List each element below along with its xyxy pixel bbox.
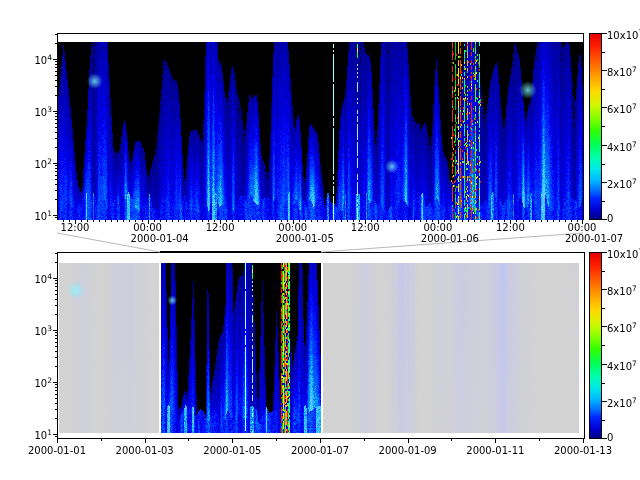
tick-mark bbox=[55, 403, 57, 404]
tick-mark bbox=[335, 220, 336, 222]
x-date-label: 2000-01-04 bbox=[131, 233, 189, 244]
tick-mark bbox=[53, 382, 57, 383]
x-tick-label: 12:00 bbox=[61, 222, 90, 233]
detail-spectrogram-canvas[interactable] bbox=[58, 42, 583, 220]
colorbar-tick-label: 2x107 bbox=[607, 395, 637, 409]
tick-mark bbox=[364, 439, 365, 441]
tick-mark bbox=[602, 420, 605, 421]
tick-mark bbox=[55, 184, 57, 185]
tick-mark bbox=[55, 116, 57, 117]
tick-mark bbox=[55, 283, 57, 284]
tick-mark bbox=[55, 253, 57, 254]
colorbar-tick-label: 6x107 bbox=[607, 101, 637, 115]
zoom-selection-region[interactable] bbox=[160, 251, 321, 253]
context-plot-frame bbox=[57, 252, 585, 439]
tick-mark bbox=[238, 220, 239, 222]
tick-mark bbox=[117, 220, 118, 222]
colorbar-tick-label: 10x107 bbox=[607, 246, 640, 260]
tick-mark bbox=[55, 123, 57, 124]
tick-mark bbox=[55, 262, 57, 263]
tick-mark bbox=[55, 175, 57, 176]
tick-mark bbox=[53, 59, 57, 60]
tick-mark bbox=[55, 290, 57, 291]
x-tick-label: 00:00 bbox=[133, 222, 162, 233]
tick-mark bbox=[55, 390, 57, 391]
y-tick-label: 101 bbox=[16, 208, 52, 222]
y-tick-label: 104 bbox=[16, 52, 52, 66]
tick-mark bbox=[244, 220, 245, 222]
tick-mark bbox=[602, 52, 605, 53]
tick-mark bbox=[420, 220, 421, 222]
tick-mark bbox=[55, 394, 57, 395]
tick-mark bbox=[55, 34, 57, 35]
tick-mark bbox=[190, 220, 191, 222]
context-colorbar bbox=[589, 252, 602, 439]
tick-mark bbox=[329, 220, 330, 222]
spectrogram-figure: 10110210310412:0000:002000-01-0412:0000:… bbox=[0, 0, 640, 480]
tick-mark bbox=[602, 271, 605, 272]
tick-mark bbox=[55, 338, 57, 339]
tick-mark bbox=[275, 220, 276, 222]
tick-mark bbox=[53, 215, 57, 216]
tick-mark bbox=[55, 127, 57, 128]
tick-mark bbox=[99, 220, 100, 222]
tick-mark bbox=[55, 199, 57, 200]
tick-mark bbox=[55, 294, 57, 295]
tick-mark bbox=[55, 132, 57, 133]
tick-mark bbox=[55, 179, 57, 180]
tick-mark bbox=[495, 439, 496, 443]
tick-mark bbox=[262, 220, 263, 222]
x-tick-label: 2000-01-05 bbox=[203, 445, 261, 456]
x-tick-label: 00:00 bbox=[278, 222, 307, 233]
tick-mark bbox=[55, 217, 57, 218]
tick-mark bbox=[462, 220, 463, 222]
tick-mark bbox=[389, 220, 390, 222]
colorbar-tick-label: 4x107 bbox=[607, 358, 637, 372]
x-tick-label: 12:00 bbox=[496, 222, 525, 233]
context-spectrogram-canvas[interactable] bbox=[59, 263, 579, 433]
tick-mark bbox=[456, 220, 457, 222]
tick-mark bbox=[559, 220, 560, 222]
y-tick-label: 101 bbox=[16, 427, 52, 441]
x-date-label: 2000-01-07 bbox=[565, 233, 623, 244]
colorbar-tick-label: 8x107 bbox=[607, 283, 637, 297]
tick-mark bbox=[347, 220, 348, 222]
tick-mark bbox=[541, 220, 542, 222]
tick-mark bbox=[101, 439, 102, 441]
tick-mark bbox=[55, 168, 57, 169]
x-tick-label: 2000-01-09 bbox=[379, 445, 437, 456]
x-tick-label: 2000-01-13 bbox=[554, 445, 612, 456]
tick-mark bbox=[480, 220, 481, 222]
tick-mark bbox=[276, 439, 277, 441]
x-tick-label: 00:00 bbox=[423, 222, 452, 233]
tick-mark bbox=[196, 220, 197, 222]
tick-mark bbox=[383, 220, 384, 222]
tick-mark bbox=[55, 387, 57, 388]
colorbar-tick-label: 6x107 bbox=[607, 320, 637, 334]
colorbar-tick-label: 4x107 bbox=[607, 139, 637, 153]
tick-mark bbox=[55, 43, 57, 44]
tick-mark bbox=[539, 439, 540, 441]
x-tick-label: 2000-01-07 bbox=[291, 445, 349, 456]
tick-mark bbox=[492, 220, 493, 222]
detail-plot-frame bbox=[57, 33, 584, 220]
tick-mark bbox=[123, 220, 124, 222]
tick-mark bbox=[166, 220, 167, 222]
detail-colorbar bbox=[589, 33, 602, 220]
x-tick-label: 12:00 bbox=[351, 222, 380, 233]
tick-mark bbox=[55, 366, 57, 367]
tick-mark bbox=[317, 220, 318, 222]
tick-mark bbox=[55, 436, 57, 437]
tick-mark bbox=[111, 220, 112, 222]
tick-mark bbox=[55, 351, 57, 352]
tick-mark bbox=[55, 409, 57, 410]
tick-mark bbox=[323, 220, 324, 222]
tick-mark bbox=[486, 220, 487, 222]
tick-mark bbox=[269, 220, 270, 222]
tick-mark bbox=[55, 71, 57, 72]
tick-mark bbox=[414, 220, 415, 222]
tick-mark bbox=[396, 220, 397, 222]
tick-mark bbox=[408, 439, 409, 443]
tick-mark bbox=[55, 75, 57, 76]
tick-mark bbox=[55, 147, 57, 148]
